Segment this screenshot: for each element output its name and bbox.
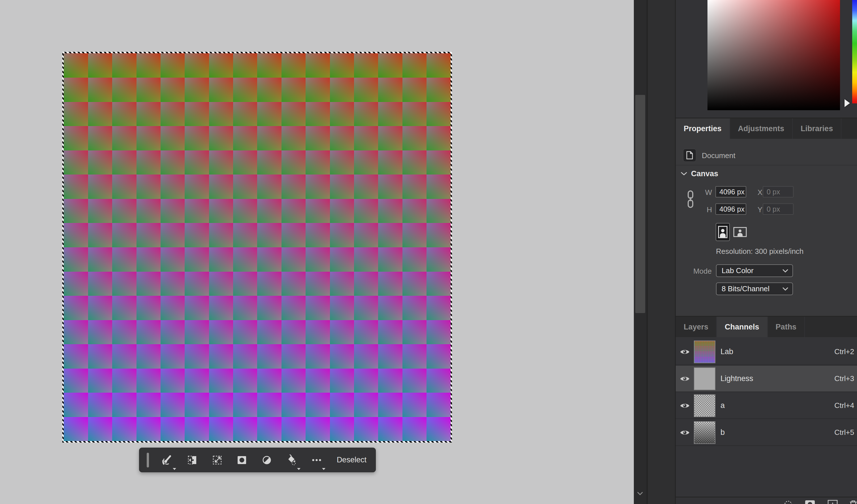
fill-bucket-icon	[286, 454, 297, 466]
orientation-landscape-button[interactable]	[733, 227, 747, 237]
x-label: X	[751, 188, 762, 197]
landscape-orientation-icon	[733, 227, 747, 237]
bit-depth-value: 8 Bits/Channel	[722, 284, 770, 293]
canvas-workspace: Deselect	[0, 0, 634, 504]
scrollbar-thumb[interactable]	[635, 95, 645, 313]
panel-dock: Properties Adjustments Libraries Documen…	[676, 0, 857, 504]
color-mode-dropdown[interactable]: Lab Color	[716, 264, 793, 277]
bit-depth-dropdown[interactable]: 8 Bits/Channel	[716, 283, 793, 295]
invert-icon	[261, 454, 272, 466]
transform-selection-button[interactable]	[211, 454, 224, 467]
taskbar-drag-handle[interactable]	[147, 453, 149, 468]
dropdown-caret-icon[interactable]	[322, 468, 325, 470]
document-type-button[interactable]	[683, 149, 696, 162]
visibility-toggle[interactable]	[676, 429, 694, 436]
properties-panel-body: Document Canvas W 4096 px X 0 px H 4096	[676, 139, 857, 316]
deselect-button[interactable]: Deselect	[335, 456, 368, 464]
channel-name: Lab	[721, 347, 834, 356]
shift-selection-edge-button[interactable]	[186, 454, 199, 467]
channel-name: b	[721, 428, 834, 437]
tab-channels[interactable]: Channels	[717, 317, 768, 337]
channel-thumbnail-b	[694, 421, 716, 444]
canvas-section-collapse-button[interactable]	[680, 171, 688, 177]
chevron-down-icon	[782, 287, 788, 291]
eye-icon	[680, 349, 690, 355]
color-picker-hue-strip[interactable]	[852, 0, 857, 103]
color-mode-value: Lab Color	[722, 266, 754, 275]
new-channel-button[interactable]	[827, 500, 838, 504]
eye-icon	[680, 402, 690, 409]
load-selection-button[interactable]	[783, 500, 793, 504]
mask-icon	[236, 454, 248, 466]
create-mask-button[interactable]	[235, 454, 248, 467]
portrait-orientation-icon	[718, 226, 727, 238]
chevron-down-icon	[680, 171, 688, 176]
contextual-task-bar: Deselect	[139, 448, 376, 472]
save-selection-as-mask-button[interactable]	[805, 500, 816, 504]
link-constrain-icon[interactable]	[685, 190, 695, 209]
tab-paths[interactable]: Paths	[768, 317, 805, 337]
visibility-toggle[interactable]	[676, 402, 694, 409]
trash-icon	[849, 500, 857, 504]
eye-icon	[680, 429, 690, 436]
channels-panel-footer	[676, 498, 857, 504]
fill-selection-button[interactable]	[285, 454, 298, 467]
selection-move-icon	[187, 454, 198, 466]
channel-shortcut: Ctrl+5	[834, 428, 854, 437]
chevron-down-icon	[782, 269, 788, 273]
channel-thumbnail-a	[694, 394, 716, 417]
hue-slider-handle[interactable]	[844, 99, 850, 107]
application-window: Deselect Properties Adjustments Librarie…	[0, 0, 857, 504]
document-canvas[interactable]	[64, 53, 451, 441]
channels-tabbar: Layers Channels Paths	[676, 317, 857, 337]
document-type-label: Document	[702, 151, 736, 160]
mode-label: Mode	[689, 267, 712, 276]
channels-panel-body: Lab Ctrl+2 Lightness Ctrl+3	[676, 337, 857, 497]
x-field[interactable]: 0 px	[763, 186, 793, 198]
orientation-portrait-button[interactable]	[716, 223, 730, 241]
channel-row-lab[interactable]: Lab Ctrl+2	[676, 339, 857, 365]
channel-shortcut: Ctrl+3	[834, 374, 854, 383]
select-and-mask-brush-button[interactable]	[161, 454, 174, 467]
selection-transform-icon	[212, 454, 223, 466]
channel-shortcut: Ctrl+2	[834, 347, 854, 356]
width-field[interactable]: 4096 px	[716, 186, 746, 198]
properties-tabbar: Properties Adjustments Libraries	[676, 118, 857, 139]
visibility-toggle[interactable]	[676, 375, 694, 382]
divider	[676, 165, 857, 166]
tab-adjustments[interactable]: Adjustments	[730, 118, 793, 139]
load-selection-icon	[783, 500, 793, 504]
more-options-button[interactable]	[310, 454, 323, 467]
tab-properties[interactable]: Properties	[676, 118, 730, 139]
visibility-toggle[interactable]	[676, 349, 694, 355]
scrollbar-down-button[interactable]	[636, 491, 644, 498]
channel-row-b[interactable]: b Ctrl+5	[676, 420, 857, 446]
channel-row-lightness[interactable]: Lightness Ctrl+3	[676, 366, 857, 392]
brush-icon	[162, 454, 173, 466]
channel-name: Lightness	[721, 374, 834, 383]
y-label: Y	[751, 205, 762, 214]
vertical-scrollbar	[634, 0, 646, 504]
tab-libraries[interactable]: Libraries	[793, 118, 841, 139]
color-picker-saturation-square[interactable]	[707, 0, 840, 110]
channel-thumbnail-lab	[694, 340, 716, 363]
width-label: W	[701, 188, 712, 197]
dropdown-caret-icon[interactable]	[297, 468, 301, 470]
panel-dock-gutter	[648, 0, 675, 504]
canvas-section-title: Canvas	[691, 169, 718, 178]
height-label: H	[701, 205, 712, 214]
tab-layers[interactable]: Layers	[676, 317, 717, 337]
height-field[interactable]: 4096 px	[716, 203, 746, 215]
delete-channel-button[interactable]	[849, 500, 857, 504]
save-selection-as-mask-icon	[805, 500, 816, 504]
dropdown-caret-icon[interactable]	[173, 468, 176, 470]
document-page-icon	[686, 151, 693, 159]
channel-shortcut: Ctrl+4	[834, 401, 854, 410]
invert-selection-button[interactable]	[260, 454, 273, 467]
channel-name: a	[721, 401, 834, 410]
y-field[interactable]: 0 px	[763, 203, 793, 215]
ellipsis-icon	[311, 454, 322, 466]
channel-row-a[interactable]: a Ctrl+4	[676, 393, 857, 419]
channel-thumbnail-lightness	[694, 367, 716, 390]
resolution-label: Resolution: 300 pixels/inch	[716, 247, 804, 256]
